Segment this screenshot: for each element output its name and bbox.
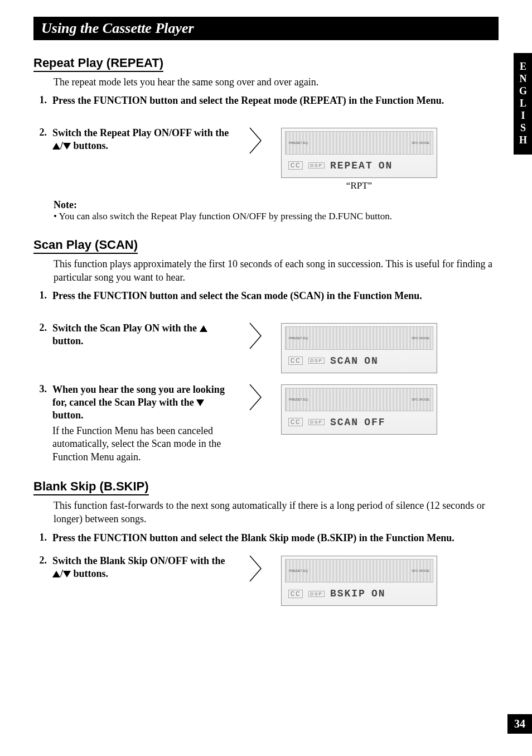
scan-step-3: 3. When you hear the song you are lookin… [33,383,499,464]
note-block-repeat: Note: You can also switch the Repeat Pla… [54,199,499,222]
page-title: Using the Cassette Player [41,20,194,36]
language-label: ENGLISH [518,61,529,147]
step-text: Press the FUNCTION button and select the… [52,532,494,545]
section-title-repeat: Repeat Play (REPEAT) [33,56,163,72]
lcd-display: PRESET EQSFC MODE CC DSP SCAN OFF [281,384,437,435]
section-title-scan: Scan Play (SCAN) [33,238,138,254]
display-panel-repeat: PRESET EQ SFC MODE CC DSP REPEAT ON “RPT… [275,127,443,191]
step-text: When you hear the song you are looking f… [52,383,232,422]
display-caption: “RPT” [275,180,443,191]
scan-step-2: 2. Switch the Scan Play ON with the butt… [33,322,499,373]
step-text: Press the FUNCTION button and select the… [52,290,494,302]
page-title-bar: Using the Cassette Player [33,17,499,40]
arrow-icon [236,322,275,350]
step-number: 1. [33,94,52,106]
page-number: 34 [507,714,532,734]
down-triangle-icon [63,571,71,577]
bskip-step-2: 2. Switch the Blank Skip ON/OFF with the… [33,555,499,606]
repeat-step-2: 2. Switch the Repeat Play ON/OFF with th… [33,127,499,191]
arrow-icon [236,555,275,582]
section-intro-scan: This function plays approximately the fi… [54,257,499,285]
note-item: You can also switch the Repeat Play func… [54,211,499,222]
section-intro-repeat: The repeat mode lets you hear the same s… [54,75,499,89]
step-number: 2. [33,322,52,334]
repeat-step-1: 1. Press the FUNCTION button and select … [33,94,499,107]
lcd-display: PRESET EQSFC MODE CC DSP BSKIP ON [281,556,437,606]
up-triangle-icon [52,571,60,577]
note-title: Note: [54,199,499,211]
up-triangle-icon [52,143,60,150]
step-number: 1. [33,532,52,543]
section-intro-bskip: This function fast-forwards to the next … [54,499,499,526]
section-scan: Scan Play (SCAN) This function plays app… [33,238,499,464]
section-title-bskip: Blank Skip (B.SKIP) [33,479,149,495]
step-number: 3. [33,383,52,395]
step-number: 1. [33,290,52,301]
note-list: You can also switch the Repeat Play func… [54,211,499,222]
display-panel-bskip: PRESET EQSFC MODE CC DSP BSKIP ON [275,555,443,606]
arrow-icon [236,383,275,411]
manual-page: Using the Cassette Player ENGLISH Repeat… [0,0,532,756]
step-subtext: If the Function Menu has been canceled a… [52,425,232,464]
step-number: 2. [33,127,52,138]
display-panel-scan-off: PRESET EQSFC MODE CC DSP SCAN OFF [275,383,443,435]
language-tab: ENGLISH [514,53,532,155]
section-repeat: Repeat Play (REPEAT) The repeat mode let… [33,56,499,222]
down-triangle-icon [63,143,71,150]
bskip-step-1: 1. Press the FUNCTION button and select … [33,532,499,545]
lcd-display: PRESET EQ SFC MODE CC DSP REPEAT ON [281,128,437,178]
step-number: 2. [33,555,52,566]
step-text: Switch the Blank Skip ON/OFF with the / … [52,555,232,581]
up-triangle-icon [200,325,207,332]
down-triangle-icon [196,399,204,406]
display-panel-scan-on: PRESET EQSFC MODE CC DSP SCAN ON [275,322,443,373]
scan-step-1: 1. Press the FUNCTION button and select … [33,290,499,302]
step-text: Switch the Scan Play ON with the button. [52,322,232,348]
lcd-display: PRESET EQSFC MODE CC DSP SCAN ON [281,323,437,373]
section-bskip: Blank Skip (B.SKIP) This function fast-f… [33,479,499,606]
step-text: Press the FUNCTION button and select the… [52,94,494,107]
step-text: Switch the Repeat Play ON/OFF with the /… [52,127,232,153]
arrow-icon [236,127,275,155]
